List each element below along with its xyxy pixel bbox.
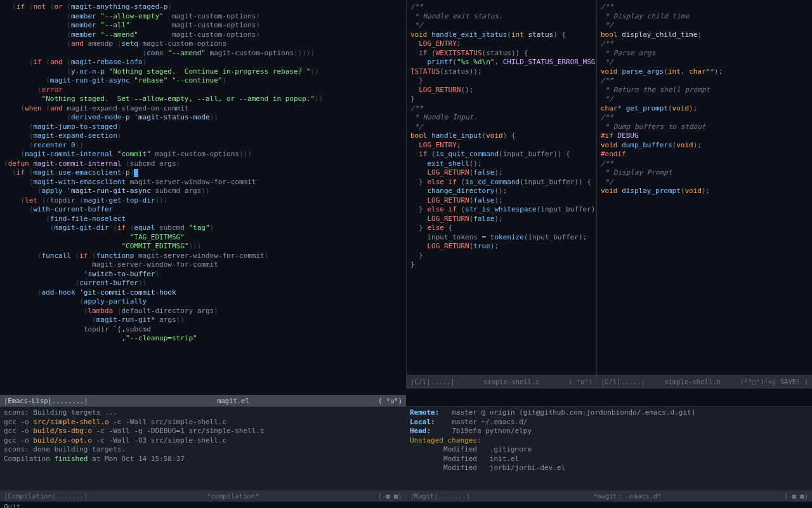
modeline-elisp[interactable]: |Emacs-Lisp|........| magit.el ( °u°) (0, 395, 406, 406)
ml-buffer: *magit: .emacs.d* (471, 491, 783, 500)
local-val: master ~/.emacs.d/ (452, 418, 527, 426)
modeline-magit[interactable]: |Magit|.......| *magit: .emacs.d* (-■_■) (406, 490, 813, 502)
elisp-pane[interactable]: (if (not (or (magit-anything-staged-p) (… (0, 0, 406, 406)
ml-buffer: simple-shell.c (456, 377, 568, 386)
ml-mode: |Compilation|.......| (4, 491, 88, 500)
local-label: Local: (410, 418, 435, 426)
ml-pos: (╯°□°)╯<| SAVE! ) (740, 377, 808, 386)
c-code[interactable]: /** * Handle exit status. */void handle_… (410, 3, 593, 270)
unstaged-header[interactable]: Unstaged changes: (410, 436, 481, 444)
h-code[interactable]: /** * Display child time */bool display_… (601, 3, 808, 196)
remote-val: master @ origin (git@github.com:jordonbi… (452, 408, 695, 417)
ml-buffer: simple-shell.h (646, 377, 739, 386)
h-source-pane[interactable]: /** * Display child time */bool display_… (596, 0, 812, 375)
ml-pos: (-■_■) (378, 491, 402, 500)
footer: |Compilation|.......| *compilation* (-■_… (0, 490, 812, 508)
compilation-output: scons: Building targets ...gcc -o src/si… (4, 408, 402, 464)
ml-buffer: magit.el (89, 396, 377, 405)
magit-changes[interactable]: Modified .gitignore Modified init.el Mod… (410, 445, 808, 473)
modeline-c[interactable]: |C/l|.....| simple-shell.c ( °u°) (406, 375, 596, 389)
ml-mode: |Emacs-Lisp|........| (4, 396, 88, 405)
ml-pos: ( °u°) (378, 396, 402, 405)
ml-mode: |Magit|.......| (410, 491, 471, 500)
magit-change-item[interactable]: Modified jorbi/jorbi-dev.el (410, 464, 808, 473)
ml-mode: |C/l|.....| (410, 377, 455, 386)
modeline-compilation[interactable]: |Compilation|.......| *compilation* (-■_… (0, 490, 406, 502)
magit-change-item[interactable]: Modified init.el (410, 455, 808, 464)
elisp-code[interactable]: (if (not (or (magit-anything-staged-p) (… (4, 3, 402, 344)
modeline-h[interactable]: |C/l|.....| simple-shell.h (╯°□°)╯<| SAV… (596, 375, 812, 389)
head-label: Head: (410, 427, 431, 435)
ml-mode: |C/l|.....| (601, 377, 645, 386)
ml-pos: ( °u°) (568, 377, 593, 386)
c-panes: /** * Handle exit status. */void handle_… (406, 0, 812, 406)
magit-change-item[interactable]: Modified .gitignore (410, 445, 808, 455)
compilation-pane[interactable]: scons: Building targets ...gcc -o src/si… (0, 406, 406, 490)
ml-buffer: *compilation* (89, 491, 377, 500)
head-val: 7b19efa python/elpy (452, 427, 532, 435)
magit-pane[interactable]: Remote: master @ origin (git@github.com:… (406, 406, 812, 490)
ml-pos: (-■_■) (784, 491, 808, 500)
minibuffer[interactable]: Quit (0, 502, 812, 508)
remote-label: Remote: (410, 408, 439, 417)
c-source-pane[interactable]: /** * Handle exit status. */void handle_… (406, 0, 596, 375)
